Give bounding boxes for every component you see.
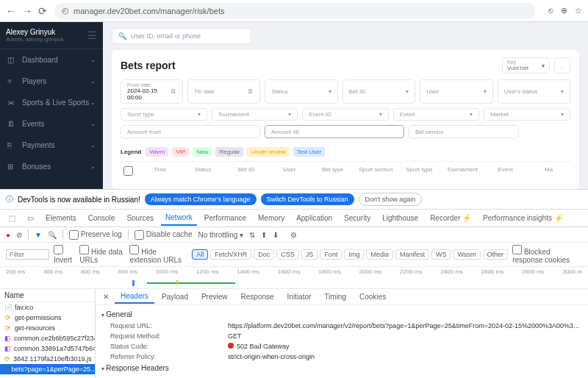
record-icon[interactable]: ●: [6, 231, 10, 239]
request-item[interactable]: 📄fav.ico: [0, 302, 95, 313]
table-col[interactable]: Status: [182, 166, 225, 177]
devtools-tab-Lighthouse[interactable]: Lighthouse: [378, 211, 423, 225]
detail-tab-Preview[interactable]: Preview: [196, 290, 234, 303]
void-select[interactable]: KeyVoid bet ▾: [502, 57, 550, 74]
invert-checkbox[interactable]: Invert: [54, 245, 75, 264]
filter-Status[interactable]: Status▾: [265, 79, 337, 104]
table-col[interactable]: Sport type: [398, 166, 441, 177]
table-col[interactable]: Event: [484, 166, 527, 177]
sidebar-item-0[interactable]: ◫Dashboard⌄: [0, 49, 103, 71]
back-icon[interactable]: ←: [6, 5, 16, 17]
type-filter-Media[interactable]: Media: [366, 249, 393, 260]
zoom-icon[interactable]: ⊕: [561, 6, 567, 15]
detail-tab-Cookies[interactable]: Cookies: [354, 290, 392, 303]
type-filter-Other[interactable]: Other: [483, 249, 509, 260]
devtools-tab-Application[interactable]: Application: [292, 211, 337, 225]
settings-icon[interactable]: ⚙: [290, 231, 297, 239]
action-button[interactable]: …: [554, 57, 570, 74]
devtools-tab-Elements[interactable]: Elements: [41, 211, 81, 225]
filter-User[interactable]: User▾: [420, 79, 492, 104]
devtools-tab-Performance insights ⚡[interactable]: Performance insights ⚡: [478, 211, 567, 225]
detail-tab-Payload[interactable]: Payload: [156, 290, 194, 303]
request-item[interactable]: ◧common.33891a7d5747b64…: [0, 343, 95, 354]
sidebar-item-5[interactable]: ⊞Bonuses⌄: [0, 156, 103, 177]
search-input[interactable]: 🔍 User ID, email or phone: [112, 28, 251, 44]
devtools-tab-Performance[interactable]: Performance: [200, 211, 251, 225]
disable-cache-checkbox[interactable]: Disable cache: [135, 230, 193, 240]
type-filter-Wasm[interactable]: Wasm: [453, 249, 480, 260]
table-col[interactable]: Sport section: [354, 166, 398, 177]
filter-Bet ID[interactable]: Bet ID▾: [343, 79, 415, 104]
filter-icon[interactable]: ▼: [35, 231, 42, 239]
filter-Till date[interactable]: Till date🗓: [187, 79, 260, 104]
bookmark-icon[interactable]: ☆: [575, 6, 582, 15]
select-all-checkbox[interactable]: [123, 166, 133, 176]
filter-Market[interactable]: Market▾: [484, 108, 570, 121]
type-filter-WS[interactable]: WS: [431, 249, 451, 260]
site-info-icon[interactable]: ◴: [62, 6, 69, 15]
address-bar[interactable]: ◴ manager.dev20bet.com/manager/risk/bets: [54, 3, 535, 19]
match-language-button[interactable]: Always match Chrome's language: [145, 193, 257, 205]
table-col[interactable]: User: [268, 166, 311, 177]
bet-vendor-input[interactable]: Bet vendor: [409, 125, 519, 138]
amount-from-input[interactable]: Amount from: [121, 125, 260, 138]
table-col[interactable]: Time: [138, 166, 182, 177]
hide-ext-checkbox[interactable]: Hide extension URLs: [129, 245, 187, 264]
type-filter-CSS[interactable]: CSS: [276, 249, 299, 260]
request-item[interactable]: ⟳get-resources: [0, 323, 95, 333]
preserve-log-checkbox[interactable]: Preserve log: [69, 230, 122, 240]
filter-Event ID[interactable]: Event ID▾: [302, 108, 389, 121]
clear-icon[interactable]: ⊘: [16, 231, 22, 239]
search-network-icon[interactable]: 🔍: [48, 231, 57, 239]
request-item[interactable]: ⟳3842.1179fa210efb3019.js: [0, 354, 95, 364]
filter-Sport type[interactable]: Sport type▾: [121, 108, 207, 121]
device-icon[interactable]: ▭: [23, 211, 38, 225]
devtools-tab-Recorder ⚡[interactable]: Recorder ⚡: [426, 211, 476, 225]
sidebar-item-1[interactable]: ᯤPlayers⌄: [0, 71, 103, 92]
table-col[interactable]: Tournament: [441, 166, 484, 177]
filter-Tournament[interactable]: Tournament▾: [212, 108, 298, 121]
response-headers-section[interactable]: Response Headers: [101, 362, 582, 374]
detail-tab-Response[interactable]: Response: [235, 290, 280, 303]
devtools-tab-Network[interactable]: Network: [161, 210, 197, 226]
sidebar-item-3[interactable]: 🗓Events⌄: [0, 113, 103, 135]
close-detail-icon[interactable]: ✕: [98, 293, 113, 301]
type-filter-All[interactable]: All: [192, 249, 208, 260]
detail-tab-Headers[interactable]: Headers: [115, 290, 154, 304]
table-col[interactable]: Ma: [527, 166, 570, 177]
forward-icon[interactable]: →: [22, 5, 32, 17]
table-col[interactable]: Bet ID: [225, 166, 268, 177]
type-filter-Fetch/XHR[interactable]: Fetch/XHR: [210, 249, 251, 260]
detail-tab-Initiator[interactable]: Initiator: [282, 290, 318, 303]
type-filter-Img[interactable]: Img: [344, 249, 364, 260]
upload-icon[interactable]: ⬆: [261, 231, 267, 239]
download-icon[interactable]: ⬇: [273, 231, 279, 239]
detail-tab-Timing[interactable]: Timing: [318, 290, 352, 303]
hide-data-checkbox[interactable]: Hide data URLs: [79, 245, 125, 264]
amount-till-input[interactable]: Amount till: [265, 125, 404, 138]
table-col[interactable]: Bet type: [311, 166, 354, 177]
devtools-tab-Memory[interactable]: Memory: [254, 211, 289, 225]
network-timeline[interactable]: 200 ms400 ms800 ms800 ms1000 ms1200 ms14…: [0, 267, 588, 289]
devtools-tab-Sources[interactable]: Sources: [122, 211, 158, 225]
sidebar-item-2[interactable]: ⫘Sports & Live Sports⌄: [0, 92, 103, 113]
filter-Event[interactable]: Event▾: [393, 108, 480, 121]
type-filter-Font[interactable]: Font: [320, 249, 342, 260]
wifi-icon[interactable]: ⇅: [249, 231, 255, 239]
devtools-tab-Security[interactable]: Security: [340, 211, 375, 225]
menu-icon[interactable]: ☰: [87, 29, 97, 41]
filter-User's status[interactable]: User's status▾: [498, 79, 570, 104]
blocked-cookies-checkbox[interactable]: Blocked response cookies: [512, 245, 582, 264]
request-item[interactable]: ⟳get-permissions: [0, 313, 95, 323]
inspect-icon[interactable]: ⬚: [4, 211, 20, 225]
general-section[interactable]: General: [101, 308, 582, 321]
filter-input[interactable]: [6, 249, 49, 260]
request-item[interactable]: ◧common.ce2b6b595c27f234…: [0, 333, 95, 343]
throttle-select[interactable]: No throttling ▾: [198, 231, 243, 239]
request-item[interactable]: ●bets?page=1&perPage=25…: [0, 364, 95, 374]
sidebar-item-4[interactable]: ⎘Payments⌄: [0, 135, 103, 156]
name-column-header[interactable]: Name: [0, 289, 95, 302]
dont-show-button[interactable]: Don't show again: [359, 193, 423, 206]
reload-icon[interactable]: ⟳: [38, 5, 47, 17]
from-date-input[interactable]: From date2024-02-15 00:00 🗓: [121, 79, 183, 104]
